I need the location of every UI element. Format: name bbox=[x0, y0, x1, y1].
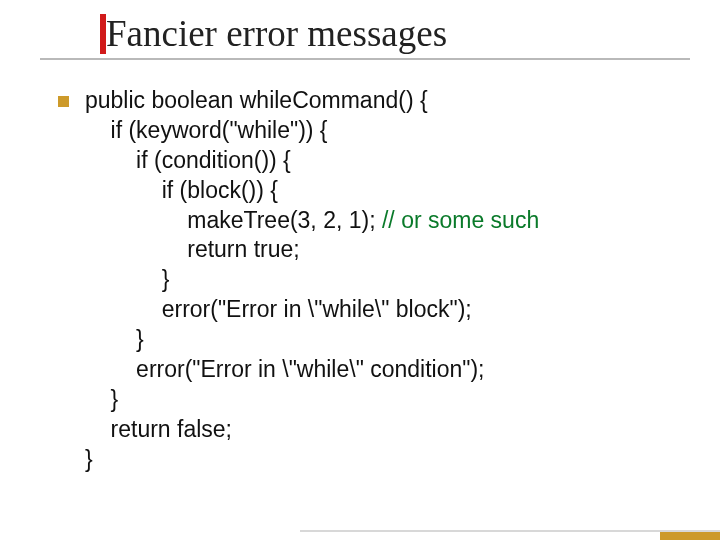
code-line: makeTree(3, 2, 1); bbox=[85, 207, 376, 233]
code-line: if (keyword("while")) { bbox=[85, 117, 328, 143]
slide: Fancier error messages public boolean wh… bbox=[0, 0, 720, 540]
code-line: } bbox=[85, 326, 144, 352]
code-line: if (block()) { bbox=[85, 177, 278, 203]
code-line: } bbox=[85, 446, 93, 472]
code-line: return false; bbox=[85, 416, 232, 442]
footer-accent-bar bbox=[660, 532, 720, 540]
code-line: public boolean whileCommand() { bbox=[85, 87, 428, 113]
slide-body: public boolean whileCommand() { if (keyw… bbox=[40, 60, 690, 475]
code-line: error("Error in \"while\" condition"); bbox=[85, 356, 485, 382]
slide-title: Fancier error messages bbox=[106, 15, 447, 54]
bullet-row: public boolean whileCommand() { if (keyw… bbox=[58, 86, 690, 475]
code-line: error("Error in \"while\" block"); bbox=[85, 296, 472, 322]
title-row: Fancier error messages bbox=[40, 14, 690, 54]
code-line: return true; bbox=[85, 236, 300, 262]
code-line: } bbox=[85, 266, 169, 292]
square-bullet-icon bbox=[58, 96, 69, 107]
code-block: public boolean whileCommand() { if (keyw… bbox=[85, 86, 539, 475]
code-line: if (condition()) { bbox=[85, 147, 291, 173]
footer-divider bbox=[300, 530, 720, 532]
code-comment: // or some such bbox=[376, 207, 540, 233]
code-line: } bbox=[85, 386, 118, 412]
